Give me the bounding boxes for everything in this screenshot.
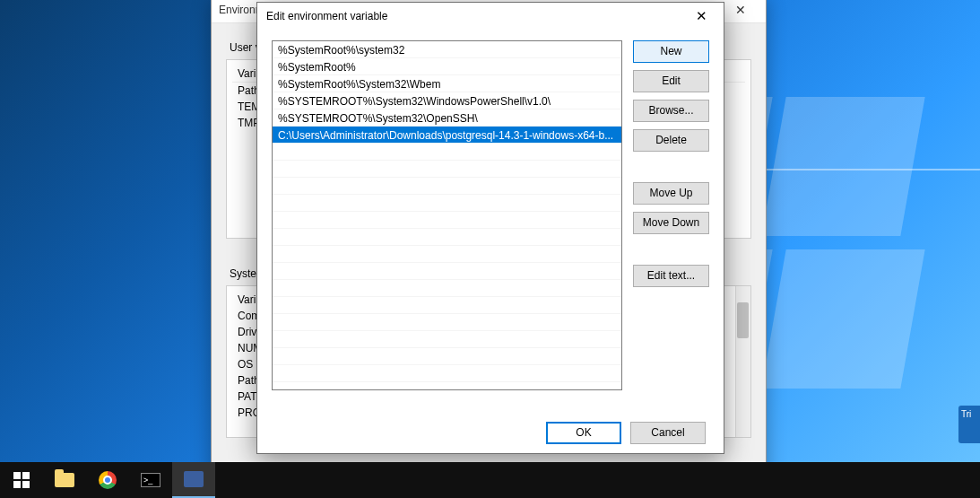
close-icon[interactable]: ✕ — [723, 3, 759, 17]
scrollbar[interactable] — [735, 286, 750, 437]
list-item-empty[interactable] — [273, 263, 621, 280]
list-item-empty[interactable] — [273, 297, 621, 314]
windows-start-icon — [13, 472, 30, 488]
list-item-empty[interactable] — [273, 178, 621, 195]
list-item-selected[interactable]: C:\Users\Administrator\Downloads\postgre… — [273, 127, 621, 144]
move-down-button[interactable]: Move Down — [633, 212, 709, 234]
list-item[interactable]: %SYSTEMROOT%\System32\WindowsPowerShell\… — [273, 92, 621, 109]
list-item-empty[interactable] — [273, 195, 621, 212]
cancel-button[interactable]: Cancel — [630, 422, 706, 444]
side-button-column: New Edit Browse... Delete Move Up Move D… — [633, 40, 709, 411]
ok-button[interactable]: OK — [546, 422, 621, 444]
new-button[interactable]: New — [633, 40, 709, 63]
list-item-empty[interactable] — [273, 280, 621, 297]
list-item-empty[interactable] — [273, 348, 621, 365]
list-item-empty[interactable] — [273, 229, 621, 246]
rdp-icon — [184, 471, 204, 487]
file-explorer-taskbar[interactable] — [43, 462, 86, 498]
list-item-empty[interactable] — [273, 144, 621, 161]
list-item[interactable]: %SystemRoot%\System32\Wbem — [273, 75, 621, 92]
dialog-title: Edit environment variable — [266, 10, 387, 22]
close-icon[interactable]: ✕ — [688, 8, 715, 24]
dialog-footer: OK Cancel — [272, 422, 709, 444]
move-up-button[interactable]: Move Up — [633, 182, 709, 205]
delete-button[interactable]: Delete — [633, 129, 709, 152]
list-item-empty[interactable] — [273, 365, 621, 382]
chrome-icon — [99, 471, 117, 489]
dialog-titlebar[interactable]: Edit environment variable ✕ — [257, 3, 724, 30]
edit-button[interactable]: Edit — [633, 70, 709, 92]
cmd-icon: >_ — [141, 473, 160, 487]
cmd-taskbar[interactable]: >_ — [129, 462, 172, 498]
taskbar[interactable]: >_ — [0, 462, 980, 498]
list-item[interactable]: %SystemRoot% — [273, 58, 621, 75]
list-item-empty[interactable] — [273, 314, 621, 331]
activation-notification[interactable]: Tri — [958, 406, 980, 443]
browse-button[interactable]: Browse... — [633, 100, 709, 122]
list-item[interactable]: %SystemRoot%\system32 — [273, 41, 621, 58]
list-item-empty[interactable] — [273, 161, 621, 178]
start-button[interactable] — [0, 462, 43, 498]
edit-environment-variable-dialog: Edit environment variable ✕ %SystemRoot%… — [256, 2, 724, 454]
edit-text-button[interactable]: Edit text... — [633, 265, 709, 287]
remote-desktop-taskbar[interactable] — [172, 462, 215, 498]
folder-icon — [55, 473, 74, 487]
list-item-empty[interactable] — [273, 212, 621, 229]
list-item-empty[interactable] — [273, 331, 621, 348]
list-item-empty[interactable] — [273, 246, 621, 263]
list-item[interactable]: %SYSTEMROOT%\System32\OpenSSH\ — [273, 109, 621, 127]
chrome-taskbar[interactable] — [86, 462, 129, 498]
path-entries-listbox[interactable]: %SystemRoot%\system32 %SystemRoot% %Syst… — [272, 40, 622, 390]
